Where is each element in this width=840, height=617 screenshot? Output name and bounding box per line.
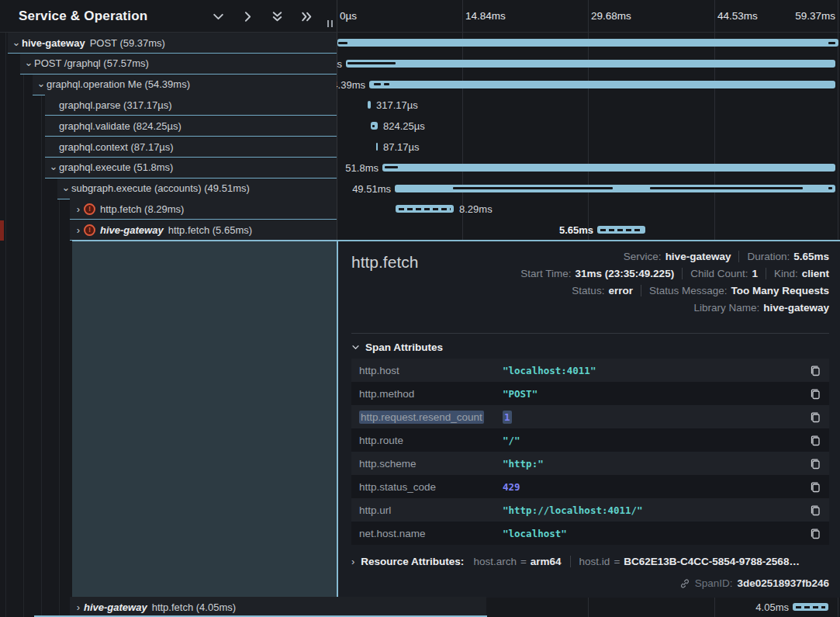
attribute-value: 1	[503, 411, 809, 423]
duration-bar[interactable]	[368, 101, 371, 109]
span-name-cell[interactable]: ⌄graphql.execute (51.8ms)	[45, 158, 337, 179]
span-timeline-cell[interactable]: 57.57ms	[337, 54, 840, 75]
copy-icon[interactable]	[809, 434, 821, 446]
overview-value: 1	[752, 268, 758, 279]
expand-chevron-icon[interactable]: ›	[73, 225, 84, 235]
resource-attributes-row[interactable]: › Resource Attributes: host.arch=arm64ho…	[351, 556, 832, 567]
attribute-key: http.status_code	[359, 481, 503, 493]
duration-bar[interactable]	[369, 81, 835, 88]
span-row[interactable]: ›!http.fetch (8.29ms)8.29ms	[0, 199, 840, 220]
duration-bar[interactable]	[396, 205, 454, 213]
bar-duration-label: 8.29ms	[459, 203, 493, 215]
child-span-marker	[372, 125, 375, 127]
chevron-right-icon[interactable]	[241, 10, 254, 23]
duration-bar[interactable]	[376, 143, 378, 151]
duration-bar[interactable]	[371, 122, 378, 130]
duration-bar[interactable]	[382, 164, 835, 172]
span-row[interactable]: graphql.validate (824.25µs)824.25µs	[0, 116, 840, 137]
attribute-value: "localhost:4011"	[503, 365, 809, 376]
copy-icon[interactable]	[809, 504, 821, 516]
collapse-chevron-icon[interactable]: ⌄	[11, 37, 22, 47]
span-timeline-cell[interactable]: 87.17µs	[337, 137, 840, 158]
bar-duration-label: 824.25µs	[383, 120, 425, 132]
link-icon[interactable]	[679, 578, 690, 589]
overview-item: Status:error	[572, 285, 633, 296]
overview-item: Duration:5.65ms	[738, 251, 829, 262]
span-name-cell[interactable]: graphql.validate (824.25µs)	[45, 116, 337, 137]
span-name-cell[interactable]: graphql.context (87.17µs)	[45, 137, 337, 158]
copy-icon[interactable]	[809, 527, 821, 539]
attribute-key: http.route	[359, 435, 503, 446]
span-name-cell[interactable]: ⌄subgraph.execute (accounts) (49.51ms)	[57, 179, 337, 199]
span-overview: Service:hive-gatewayDuration:5.65msStart…	[465, 248, 829, 316]
double-chevron-down-icon[interactable]	[271, 10, 284, 23]
span-timeline-cell[interactable]: 4.05ms	[337, 597, 840, 617]
span-name-cell[interactable]: ⌄hive-gatewayPOST (59.37ms)	[8, 33, 337, 54]
span-timeline-cell[interactable]: 824.25µs	[337, 116, 840, 137]
span-row[interactable]: ⌄subgraph.execute (accounts) (49.51ms)49…	[0, 179, 840, 199]
copy-icon[interactable]	[809, 387, 821, 400]
span-row[interactable]: ⌄graphql.operation Me (54.39ms)54.39ms	[0, 75, 840, 95]
attribute-row: http.host"localhost:4011"	[351, 359, 829, 382]
attribute-row: http.method"POST"	[351, 382, 829, 405]
overview-label: Child Count:	[690, 268, 748, 279]
span-id-label: SpanID:	[695, 577, 733, 589]
copy-icon[interactable]	[809, 411, 821, 423]
span-row[interactable]: graphql.context (87.17µs)87.17µs	[0, 137, 840, 158]
attribute-key: http.scheme	[359, 458, 503, 470]
copy-icon[interactable]	[809, 364, 821, 376]
span-detail-panel: http.fetch Service:hive-gatewayDuration:…	[338, 241, 840, 598]
child-span-marker	[384, 83, 389, 85]
bar-duration-label: 49.51ms	[352, 183, 391, 195]
copy-icon[interactable]	[809, 457, 821, 470]
bar-duration-label: 5.65ms	[559, 224, 593, 236]
duration-bar[interactable]	[597, 226, 645, 234]
span-attributes-header[interactable]: Span Attributes	[351, 341, 443, 353]
resource-key: host.id	[579, 556, 610, 567]
span-timeline-cell[interactable]: 49.51ms	[337, 179, 840, 199]
overview-item: Service:hive-gateway	[624, 251, 731, 262]
resource-attributes-items: host.arch=arm64host.id=BC62E13B-C4CC-585…	[473, 556, 800, 567]
span-timeline-cell[interactable]: 317.17µs	[337, 95, 840, 116]
copy-icon[interactable]	[809, 480, 821, 493]
bar-duration-label: 51.8ms	[345, 162, 379, 174]
chevron-down-icon[interactable]	[212, 10, 225, 23]
overview-value: 5.65ms	[793, 251, 829, 262]
span-timeline-cell[interactable]: 5.65ms	[337, 220, 840, 241]
resize-grip[interactable]	[327, 20, 333, 27]
span-id-value: 3de02518937fb246	[737, 577, 829, 589]
span-name-cell[interactable]: ›!hive-gatewayhttp.fetch (5.65ms)	[70, 220, 337, 241]
child-span-marker	[374, 83, 381, 85]
timeline-tick: 59.37ms	[795, 10, 835, 22]
collapse-chevron-icon[interactable]: ⌄	[36, 78, 47, 88]
span-row[interactable]: ⌄graphql.execute (51.8ms)51.8ms	[0, 158, 840, 179]
span-row[interactable]: ⌄POST /graphql (57.57ms)57.57ms	[0, 54, 840, 75]
span-row[interactable]: graphql.parse (317.17µs)317.17µs	[0, 95, 840, 116]
collapse-chevron-icon[interactable]: ⌄	[60, 182, 71, 192]
span-operation-label: http.fetch (8.29ms)	[100, 203, 184, 215]
span-name-cell[interactable]: ›!http.fetch (8.29ms)	[70, 199, 337, 220]
span-timeline-cell[interactable]: 8.29ms	[337, 199, 840, 220]
attribute-value: 429	[503, 481, 809, 493]
duration-bar[interactable]	[395, 185, 835, 192]
expand-chevron-icon[interactable]: ›	[73, 204, 84, 214]
span-operation-label: graphql.context (87.17µs)	[59, 141, 174, 153]
span-row[interactable]: ›!hive-gatewayhttp.fetch (5.65ms)5.65ms	[0, 220, 840, 241]
duration-bar[interactable]	[346, 60, 835, 68]
span-timeline-cell[interactable]: 51.8ms	[337, 158, 840, 179]
span-name-cell[interactable]: graphql.parse (317.17µs)	[45, 95, 337, 116]
span-name-cell[interactable]: ⌄graphql.operation Me (54.39ms)	[33, 75, 337, 95]
span-row[interactable]: ⌄hive-gatewayPOST (59.37ms)	[0, 33, 840, 54]
selected-span-highlight	[72, 241, 337, 598]
collapse-chevron-icon[interactable]: ⌄	[23, 57, 34, 68]
span-timeline-cell[interactable]: 54.39ms	[337, 75, 840, 95]
duration-bar[interactable]	[337, 39, 838, 47]
span-timeline-cell[interactable]	[337, 33, 840, 54]
span-row[interactable]: ›hive-gatewayhttp.fetch (4.05ms)4.05ms	[0, 597, 840, 617]
overview-line: Start Time:31ms (23:35:49.225)Child Coun…	[465, 265, 829, 282]
expand-chevron-icon[interactable]: ›	[73, 602, 84, 612]
collapse-chevron-icon[interactable]: ⌄	[48, 161, 59, 172]
double-chevron-right-icon[interactable]	[300, 10, 313, 23]
span-name-cell[interactable]: ⌄POST /graphql (57.57ms)	[20, 54, 337, 75]
duration-bar[interactable]	[793, 603, 828, 611]
